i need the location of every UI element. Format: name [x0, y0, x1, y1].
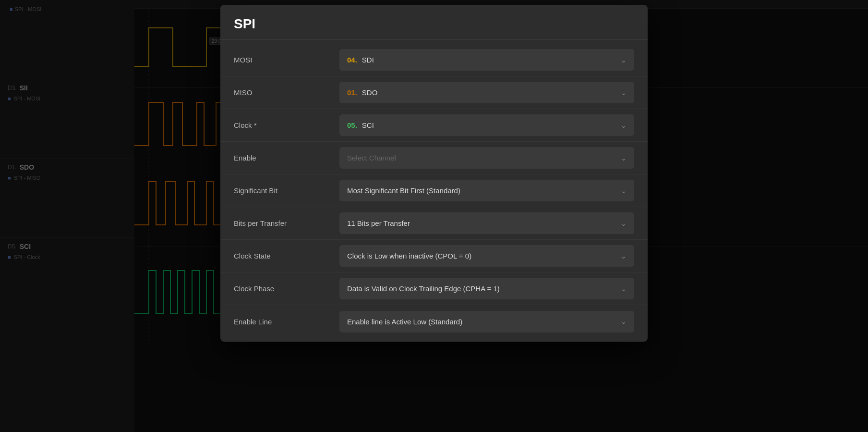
- miso-value: SDO: [362, 88, 378, 97]
- enable-line-row: Enable Line Enable line is Active Low (S…: [220, 305, 648, 338]
- mosi-label: MOSI: [234, 56, 339, 64]
- mosi-chevron-icon: ⌄: [621, 56, 627, 64]
- modal-overlay: SPI MOSI 04. SDI ⌄ MISO 01.: [0, 0, 868, 432]
- clock-state-row: Clock State Clock is Low when inactive (…: [220, 240, 648, 272]
- enable-dropdown[interactable]: Select Channel ⌄: [339, 147, 634, 169]
- clock-row: Clock * 05. SCI ⌄: [220, 109, 648, 142]
- clock-phase-value: Data is Valid on Clock Trailing Edge (CP…: [347, 284, 500, 293]
- miso-label: MISO: [234, 88, 339, 97]
- modal-title: SPI: [234, 16, 634, 32]
- enable-placeholder: Select Channel: [347, 154, 396, 162]
- spi-modal: SPI MOSI 04. SDI ⌄ MISO 01.: [220, 5, 648, 342]
- clock-state-chevron-icon: ⌄: [621, 252, 627, 260]
- significant-bit-dropdown[interactable]: Most Significant Bit First (Standard) ⌄: [339, 180, 634, 201]
- significant-bit-value: Most Significant Bit First (Standard): [347, 186, 460, 195]
- miso-dropdown[interactable]: 01. SDO ⌄: [339, 82, 634, 103]
- clock-chevron-icon: ⌄: [621, 122, 627, 129]
- clock-state-value: Clock is Low when inactive (CPOL = 0): [347, 252, 471, 260]
- bits-per-transfer-row: Bits per Transfer 11 Bits per Transfer ⌄: [220, 207, 648, 240]
- enable-line-chevron-icon: ⌄: [621, 318, 627, 325]
- clock-phase-chevron-icon: ⌄: [621, 285, 627, 293]
- significant-bit-label: Significant Bit: [234, 186, 339, 195]
- modal-header: SPI: [220, 5, 648, 40]
- clock-value: SCI: [362, 121, 374, 129]
- clock-dropdown[interactable]: 05. SCI ⌄: [339, 114, 634, 136]
- bits-per-transfer-label: Bits per Transfer: [234, 219, 339, 227]
- bits-per-transfer-chevron-icon: ⌄: [621, 220, 627, 227]
- miso-channel-num: 01.: [347, 88, 357, 97]
- clock-state-label: Clock State: [234, 252, 339, 260]
- enable-label: Enable: [234, 154, 339, 162]
- mosi-channel-num: 04.: [347, 56, 357, 64]
- enable-row: Enable Select Channel ⌄: [220, 142, 648, 174]
- clock-phase-row: Clock Phase Data is Valid on Clock Trail…: [220, 272, 648, 305]
- clock-channel-num: 05.: [347, 121, 357, 129]
- mosi-dropdown[interactable]: 04. SDI ⌄: [339, 49, 634, 71]
- miso-chevron-icon: ⌄: [621, 89, 627, 97]
- mosi-row: MOSI 04. SDI ⌄: [220, 44, 648, 76]
- enable-chevron-icon: ⌄: [621, 154, 627, 162]
- modal-body: MOSI 04. SDI ⌄ MISO 01. SDO ⌄: [220, 40, 648, 342]
- clock-label: Clock *: [234, 121, 339, 129]
- enable-line-dropdown[interactable]: Enable line is Active Low (Standard) ⌄: [339, 311, 634, 333]
- bits-per-transfer-value: 11 Bits per Transfer: [347, 219, 410, 227]
- clock-state-dropdown[interactable]: Clock is Low when inactive (CPOL = 0) ⌄: [339, 245, 634, 267]
- significant-bit-row: Significant Bit Most Significant Bit Fir…: [220, 174, 648, 207]
- miso-row: MISO 01. SDO ⌄: [220, 76, 648, 109]
- significant-bit-chevron-icon: ⌄: [621, 187, 627, 195]
- enable-line-value: Enable line is Active Low (Standard): [347, 318, 462, 326]
- bits-per-transfer-dropdown[interactable]: 11 Bits per Transfer ⌄: [339, 212, 634, 234]
- clock-phase-dropdown[interactable]: Data is Valid on Clock Trailing Edge (CP…: [339, 278, 634, 299]
- enable-line-label: Enable Line: [234, 318, 339, 326]
- mosi-value: SDI: [362, 56, 374, 64]
- clock-phase-label: Clock Phase: [234, 284, 339, 293]
